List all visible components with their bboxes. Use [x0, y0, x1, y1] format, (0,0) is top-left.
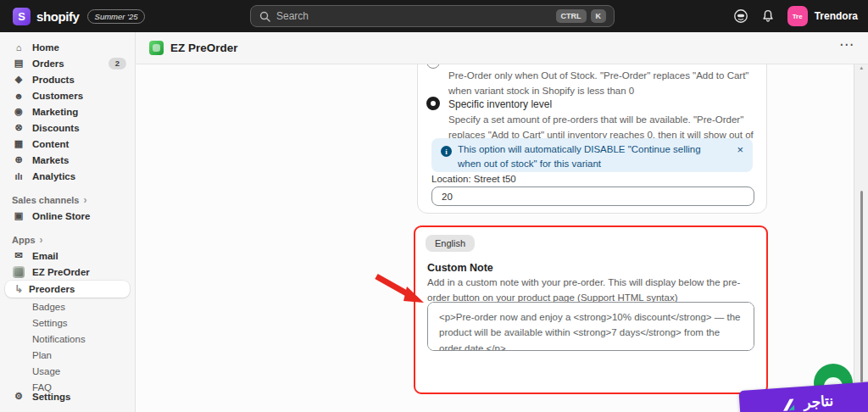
sidebar-item-label: Notifications	[32, 334, 86, 344]
sidebar-item-products[interactable]: ◈ Products	[0, 71, 135, 87]
sidebar-item-marketing[interactable]: ◉ Marketing	[0, 103, 135, 120]
avatar: Tre	[787, 6, 808, 26]
sidebar-item-label: Analytics	[32, 171, 75, 181]
notifications-bell-icon[interactable]	[761, 9, 775, 23]
sidebar-item-settings[interactable]: ⚙ Settings	[0, 388, 135, 404]
ez-preorder-header-icon	[149, 41, 164, 55]
specific-inventory-radio[interactable]	[426, 97, 440, 110]
markets-icon: ⊕	[12, 154, 25, 165]
custom-note-textarea[interactable]: <p>Pre-order now and enjoy a <strong>10%…	[427, 302, 754, 351]
close-icon[interactable]: ×	[737, 143, 743, 156]
shopify-bag-icon: S	[13, 8, 31, 25]
location-label: Location: Street t50	[431, 174, 516, 184]
release-badge: Summer '25	[87, 9, 146, 24]
tab-english[interactable]: English	[426, 235, 475, 252]
settings-gear-icon: ⚙	[12, 391, 25, 402]
user-name: Trendora	[815, 10, 858, 22]
email-icon: ✉	[12, 250, 25, 261]
subnav-arrow-icon: ↳	[14, 283, 23, 295]
custom-note-card: English Custom Note Add in a custom note…	[414, 225, 768, 394]
orders-count-badge: 2	[108, 58, 126, 70]
sidebar-item-customers[interactable]: ☻ Customers	[0, 87, 135, 103]
search-icon	[259, 11, 270, 22]
sidebar-item-label: Settings	[32, 392, 70, 402]
sidebar-item-ez-preorder[interactable]: EZ PreOrder	[0, 264, 135, 280]
sidebar-item-app-settings[interactable]: Settings	[0, 315, 135, 331]
shopify-admin-window: S shopify Summer '25 Search CTRL K Tre T…	[0, 0, 868, 412]
sidebar-item-label: Discounts	[32, 123, 80, 133]
sidebar-nav: ⌂ Home ▤ Orders 2 ◈ Products ☻ Customers…	[0, 32, 136, 412]
app-content: Pre-Order only when Out of Stock. "Pre-O…	[136, 64, 854, 412]
sidekick-icon[interactable]	[733, 8, 748, 24]
sidebar-item-label: Customers	[32, 91, 83, 101]
specific-inventory-label: Specific inventory level	[448, 98, 552, 110]
sidebar-item-usage[interactable]: Usage	[0, 363, 135, 379]
marketing-icon: ◉	[12, 106, 25, 117]
sidebar-item-analytics[interactable]: ılı Analytics	[0, 168, 135, 184]
chevron-right-icon: ›	[40, 235, 43, 245]
sidebar-item-email[interactable]: ✉ Email	[0, 248, 135, 264]
sidebar-item-label: Plan	[32, 350, 52, 360]
shortcut-ctrl-key: CTRL	[556, 9, 587, 23]
sidebar-item-discounts[interactable]: ⊗ Discounts	[0, 120, 135, 136]
scroll-top-icon[interactable]: ▴	[860, 64, 863, 71]
sidebar-item-label: Usage	[32, 366, 60, 376]
sidebar-item-label: Markets	[32, 155, 69, 165]
chevron-right-icon: ›	[84, 195, 87, 205]
sidebar-item-preorders[interactable]: ↳ Preorders	[5, 281, 130, 298]
watermark-logo-icon	[780, 397, 797, 412]
sidebar-item-home[interactable]: ⌂ Home	[0, 39, 135, 55]
page-header: EZ PreOrder ⋯	[136, 32, 868, 64]
info-banner-text: This option will automatically DISABLE "…	[458, 142, 712, 170]
orders-icon: ▤	[12, 58, 25, 69]
sidebar-item-label: Content	[32, 139, 69, 149]
search-input[interactable]: Search CTRL K	[250, 5, 615, 27]
out-of-stock-description: Pre-Order only when Out of Stock. "Pre-O…	[448, 68, 752, 99]
more-actions-icon[interactable]: ⋯	[839, 36, 854, 53]
apps-header[interactable]: Apps ›	[0, 235, 135, 245]
topbar-right: Tre Trendora	[733, 0, 858, 32]
user-menu[interactable]: Tre Trendora	[787, 6, 858, 26]
watermark-text: نتاجر	[803, 392, 834, 412]
sidebar-item-plan[interactable]: Plan	[0, 347, 135, 363]
inventory-level-input[interactable]	[431, 187, 754, 206]
sidebar-item-label: EZ PreOrder	[32, 267, 90, 277]
discounts-icon: ⊗	[12, 122, 25, 133]
products-icon: ◈	[12, 74, 25, 85]
page-title: EZ PreOrder	[170, 42, 238, 54]
info-banner: i This option will automatically DISABLE…	[431, 138, 753, 172]
scrollbar-thumb[interactable]	[860, 191, 863, 382]
content-icon: ▦	[12, 138, 25, 149]
shortcut-k-key: K	[591, 9, 607, 23]
scrollbar-track[interactable]	[854, 64, 868, 412]
online-store-icon: ▣	[12, 210, 25, 221]
sidebar-item-label: Email	[32, 251, 58, 261]
inventory-options-card: Pre-Order only when Out of Stock. "Pre-O…	[417, 64, 767, 214]
sidebar-item-label: Badges	[32, 302, 65, 312]
sidebar-item-badges[interactable]: Badges	[0, 298, 135, 315]
sidebar-item-markets[interactable]: ⊕ Markets	[0, 152, 135, 168]
sidebar-item-label: Settings	[32, 318, 68, 328]
sidebar-item-label: Orders	[32, 58, 64, 69]
sidebar-item-content[interactable]: ▦ Content	[0, 136, 135, 152]
analytics-icon: ılı	[12, 171, 25, 181]
custom-note-heading: Custom Note	[427, 262, 493, 274]
customers-icon: ☻	[12, 91, 25, 101]
sidebar-item-label: Products	[32, 75, 75, 85]
sidebar-item-orders[interactable]: ▤ Orders 2	[0, 55, 135, 71]
sidebar-item-label: Preorders	[29, 284, 75, 294]
sidebar-item-label: Marketing	[32, 107, 78, 117]
sidebar-item-label: Home	[32, 42, 59, 53]
shopify-wordmark: shopify	[36, 9, 80, 24]
topbar: S shopify Summer '25 Search CTRL K Tre T…	[0, 0, 868, 32]
home-icon: ⌂	[12, 42, 25, 53]
sidebar-item-online-store[interactable]: ▣ Online Store	[0, 208, 135, 224]
sidebar-item-notifications[interactable]: Notifications	[0, 331, 135, 347]
sidebar-item-label: Online Store	[32, 211, 90, 221]
ez-preorder-app-icon	[13, 266, 25, 278]
shopify-logo[interactable]: S shopify Summer '25	[13, 8, 145, 25]
info-icon: i	[441, 146, 452, 157]
sales-channels-header[interactable]: Sales channels ›	[0, 195, 135, 205]
search-placeholder: Search	[276, 10, 556, 22]
